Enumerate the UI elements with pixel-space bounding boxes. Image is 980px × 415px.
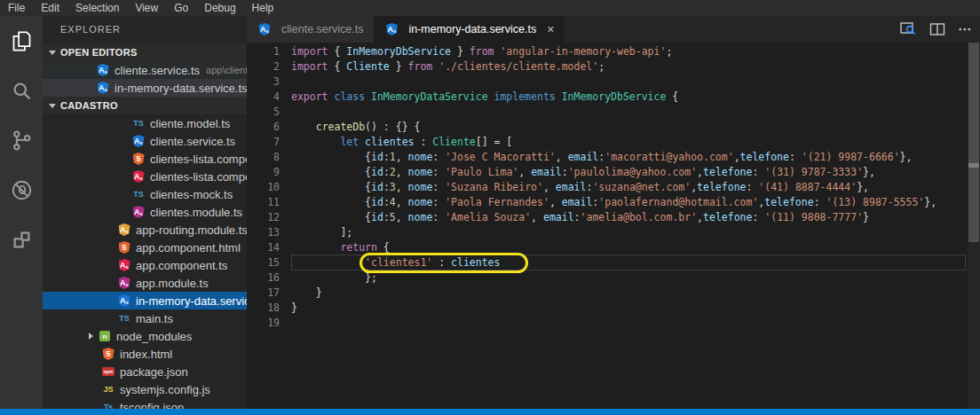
tab-bar: Ascliente.service.tsAsin-memory-data.ser… [247,16,980,43]
angular-file-icon: As [131,169,146,184]
tree-item[interactable]: 5index.html [43,345,247,363]
tree-item-label: clientes-lista.component.ts [150,170,247,184]
code-text: return { [291,240,390,255]
activity-bar [0,16,43,410]
code-line: 2import { Cliente } from './clientes/cli… [247,59,980,74]
tree-item[interactable]: Asapp.component.ts [43,256,247,274]
menu-item-help[interactable]: Help [244,0,282,16]
tree-item[interactable]: Asapp-routing.module.ts [43,221,247,239]
tree-item-label: clientes-lista.component.html [150,153,247,166]
code-text: export class InMemoryDataService impleme… [291,90,678,105]
line-number: 9 [247,165,291,180]
tree-item-label: index.html [120,348,172,361]
code-text: import { InMemoryDbService } from 'angul… [291,44,672,59]
html-file-icon: 5 [117,240,131,254]
editor-scrollbar [968,43,980,409]
tab-cliente.service.ts[interactable]: Ascliente.service.ts [247,16,374,43]
npm-file-icon: npm [101,364,115,379]
line-number: 4 [247,90,291,105]
tree-item[interactable]: Asapp.module.ts [43,274,247,292]
line-number: 14 [247,240,291,255]
extensions-icon[interactable] [0,215,43,264]
open-editors-header[interactable]: OPEN EDITORS [43,43,247,61]
tree-item[interactable]: JSsystemjs.config.js [43,380,247,398]
status-bar [0,409,980,415]
explorer-icon[interactable] [0,16,43,66]
tree-item[interactable]: TScliente.model.ts [43,114,247,132]
code-text: ]; [291,225,352,240]
angular-file-icon: As [117,276,131,290]
tree-item-label: app-routing.module.ts [136,223,247,237]
line-number: 12 [247,210,291,225]
line-number: 3 [247,74,291,90]
line-number: 15 [247,255,291,270]
angular-file-icon: As [96,81,110,95]
line-number: 2 [247,59,291,74]
debug-icon[interactable] [0,165,43,215]
typescript-file-icon: TS [117,311,131,325]
angular-file-icon: As [117,258,131,272]
tree-item-label: app.component.html [136,241,241,254]
editor-group: Ascliente.service.tsAsin-memory-data.ser… [247,16,980,409]
open-preview-icon[interactable] [899,21,917,37]
tree-item[interactable]: 5clientes-lista.component.html [43,150,247,168]
tree-item[interactable]: Asin-memory-data.service.ts [43,292,247,309]
code-text: createDb() : {} { [291,120,420,135]
split-editor-icon[interactable] [929,22,945,36]
code-line: 4export class InMemoryDataService implem… [247,90,980,105]
code-text: {id:2, nome: 'Paulo Lima', email:'paulol… [291,165,875,180]
sidebar-title: EXPLORER [43,16,247,43]
chevron-right-icon [89,333,93,340]
tab-in-memory-data.service.ts[interactable]: Asin-memory-data.service.ts× [374,16,565,43]
scrollbar-thumb[interactable] [968,43,979,242]
open-editor-item[interactable]: Asin-memory-data.service.tsapp [43,79,247,97]
menu-item-file[interactable]: File [0,0,33,16]
code-line: 13 ]; [247,225,980,240]
tree-item-label: in-memory-data.service.ts [136,294,247,308]
angular-file-icon: As [257,22,272,36]
code-line: 19 [247,316,980,331]
angular-file-icon: As [117,294,131,308]
menu-item-edit[interactable]: Edit [33,0,67,16]
tree-item[interactable]: 5app.component.html [43,239,247,256]
tree-item-label: main.ts [136,312,173,325]
file-tree: TScliente.model.tsAscliente.service.ts5c… [43,114,247,410]
code-line: 7 let clientes : Cliente[] = [ [247,135,980,150]
code-text: }; [291,270,377,286]
code-line: 1import { InMemoryDbService } from 'angu… [247,44,980,59]
tree-item[interactable]: Ascliente.service.ts [43,132,247,150]
menu-item-view[interactable]: View [127,0,166,16]
typescript-file-icon: TS [131,187,146,201]
code-editor[interactable]: 1import { InMemoryDbService } from 'angu… [247,43,980,409]
tree-item-label: app.component.ts [136,259,227,272]
tree-item[interactable]: Asclientes-lista.component.ts [43,168,247,185]
tree-item[interactable]: TSmain.ts [43,309,247,327]
line-number: 16 [247,270,291,286]
vscode-window: FileEditSelectionViewGoDebugHelp [0,0,980,415]
line-number: 11 [247,195,291,210]
chevron-down-icon [49,104,56,108]
tree-item-label: app.module.ts [136,277,209,290]
folder-section-header[interactable]: CADASTRO [43,97,247,114]
open-editors-list: Ascliente.service.tsapp\clientesAsin-mem… [43,61,247,97]
menu-item-go[interactable]: Go [166,0,196,16]
tree-item[interactable]: npmpackage.json [43,363,247,380]
source-control-icon[interactable] [0,115,43,165]
open-editor-item[interactable]: Ascliente.service.tsapp\clientes [43,61,247,79]
line-number: 7 [247,135,291,150]
tree-item[interactable]: Asclientes.module.ts [43,203,247,221]
tree-item[interactable]: TSclientes-mock.ts [43,185,247,203]
search-icon[interactable] [0,66,43,115]
node-modules-icon: n [98,329,112,343]
tree-item[interactable]: nnode_modules [43,327,247,345]
open-editor-label: cliente.service.ts [115,64,200,77]
menu-item-debug[interactable]: Debug [196,0,243,16]
typescript-file-icon: TS [131,116,146,130]
close-icon[interactable]: × [547,23,554,35]
code-text: {id:5, nome: 'Amelia Souza', email:'amel… [291,210,869,225]
menu-item-selection[interactable]: Selection [67,0,127,16]
more-actions-icon[interactable]: ⋯ [958,21,971,37]
code-line: 17 } [247,286,980,301]
line-number: 8 [247,150,291,165]
code-text: import { Cliente } from './clientes/clie… [291,59,605,74]
